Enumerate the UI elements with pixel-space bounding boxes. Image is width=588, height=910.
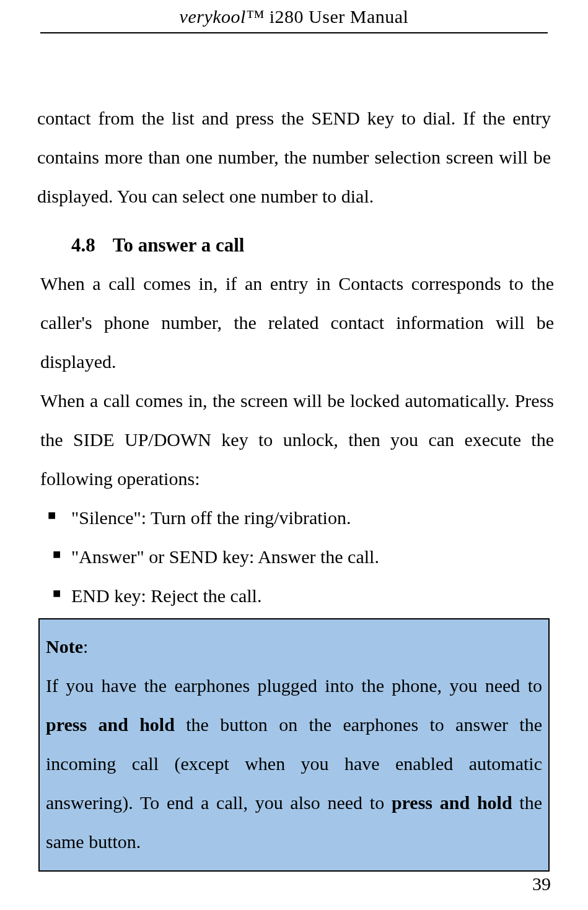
section-title: To answer a call xyxy=(113,234,245,256)
list-item: END key: Reject the call. xyxy=(71,576,551,615)
list-item: "Answer" or SEND key: Answer the call. xyxy=(71,537,551,576)
note-bold1: press and hold xyxy=(46,714,175,735)
paragraph-locked-screen: When a call comes in, the screen will be… xyxy=(40,381,554,498)
intro-paragraph: contact from the list and press the SEND… xyxy=(37,98,551,216)
list-item: "Silence": Turn off the ring/vibration. xyxy=(71,498,551,537)
note-box: Note: If you have the earphones plugged … xyxy=(38,618,550,872)
note-bold2: press and hold xyxy=(392,792,512,813)
paragraph-call-info: When a call comes in, if an entry in Con… xyxy=(40,264,554,381)
page-header: verykool™ i280 User Manual xyxy=(40,0,548,33)
page-content: contact from the list and press the SEND… xyxy=(0,98,588,872)
operations-list: "Silence": Turn off the ring/vibration. … xyxy=(37,498,551,615)
section-heading: 4.8To answer a call xyxy=(71,234,551,256)
note-label: Note xyxy=(46,636,83,657)
brand-name: verykool™ xyxy=(180,6,265,27)
page-number: 39 xyxy=(532,873,551,895)
note-text-pre: If you have the earphones plugged into t… xyxy=(46,675,542,696)
product-name: i280 User Manual xyxy=(265,6,409,27)
note-colon: : xyxy=(83,636,88,657)
section-number: 4.8 xyxy=(71,234,95,256)
